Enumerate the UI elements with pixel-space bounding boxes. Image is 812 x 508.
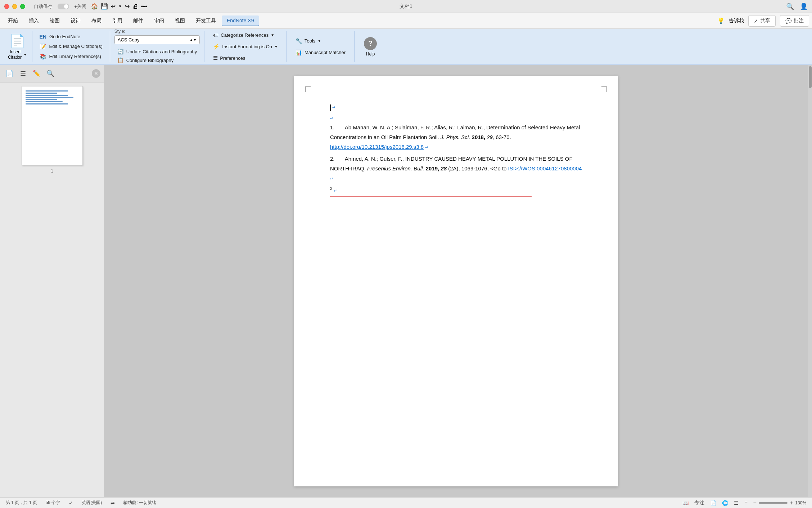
- return-mark-1: ↵: [332, 105, 335, 110]
- menu-layout[interactable]: 布局: [86, 15, 107, 26]
- page-info: 第 1 页，共 1 页: [6, 500, 37, 506]
- scrollbar-thumb[interactable]: [809, 66, 812, 88]
- sidebar-search-button[interactable]: 🔍: [45, 68, 56, 79]
- insert-citation-dropdown-icon[interactable]: ▼: [23, 53, 27, 57]
- tools-group: 🔧 Tools ▼ 📊 Manuscript Matcher: [287, 31, 355, 62]
- sidebar-toolbar: 📄 ☰ ✏️ 🔍 ✕: [0, 65, 104, 83]
- sidebar-review-button[interactable]: ✏️: [31, 68, 42, 79]
- more-icon[interactable]: •••: [141, 3, 147, 10]
- undo-icon[interactable]: ↩: [111, 3, 116, 10]
- autosave-toggle[interactable]: [58, 4, 69, 9]
- document-page: ↵ ↵ 1. Ab Manan, W. N. A.; Sulaiman, F. …: [294, 76, 618, 486]
- close-label[interactable]: ●关闭: [74, 3, 86, 10]
- document-area: ↵ ↵ 1. Ab Manan, W. N. A.; Sulaiman, F. …: [104, 65, 808, 497]
- language[interactable]: 英语(美国): [82, 500, 102, 506]
- zoom-level[interactable]: 130%: [795, 500, 806, 505]
- ref-1-url[interactable]: http://doi.org/10.21315/jps2018.29.s3.8: [330, 144, 424, 150]
- undo-dropdown-icon[interactable]: ▼: [118, 4, 122, 8]
- ref-divider: [330, 196, 532, 197]
- thumb-line-1: [26, 90, 68, 92]
- style-dropdown-icon[interactable]: ▲▼: [190, 38, 197, 42]
- menu-mail[interactable]: 邮件: [128, 15, 148, 26]
- edit-citations-icon: 📝: [40, 43, 46, 50]
- menu-devtools[interactable]: 开发工具: [191, 15, 221, 26]
- tools-button[interactable]: 🔧 Tools ▼: [291, 36, 350, 46]
- footnote-area: 2 ↵: [330, 185, 582, 197]
- menu-insert[interactable]: 插入: [24, 15, 44, 26]
- reference-2: 2. Ahmed, A. N.; Gulser, F., INDUSTRY CA…: [330, 154, 582, 183]
- ref-2-isi-link[interactable]: ISI>://WOS:000461270800004: [508, 165, 582, 171]
- configure-bibliography-button[interactable]: 📋 Configure Bibliography: [114, 56, 200, 64]
- comment-button[interactable]: 💬 批注: [780, 15, 809, 27]
- menu-view[interactable]: 视图: [170, 15, 190, 26]
- empty-line: ↵: [330, 115, 582, 122]
- maximize-button[interactable]: [20, 4, 25, 9]
- save-icon[interactable]: 💾: [101, 3, 108, 10]
- insert-citation-button[interactable]: 📄 InsertCitation ▼: [3, 31, 32, 62]
- close-button[interactable]: [4, 4, 9, 9]
- categorize-dropdown-icon[interactable]: ▼: [271, 33, 274, 37]
- draft-icon[interactable]: ≡: [744, 500, 747, 506]
- go-to-endnote-button[interactable]: EN Go to EndNote: [37, 32, 105, 41]
- autosave-label: 自动保存: [34, 3, 53, 10]
- ref-1-volume: 29,: [487, 134, 494, 140]
- preferences-icon: ☰: [213, 55, 218, 61]
- categorize-references-button[interactable]: 🏷 Categorize References ▼: [209, 30, 282, 40]
- accessibility-label: 辅功能: 一切就绪: [123, 500, 156, 506]
- ref-1-year: 2018,: [472, 134, 486, 140]
- tools-dropdown-icon[interactable]: ▼: [317, 39, 321, 43]
- instant-formatting-dropdown-icon[interactable]: ▼: [274, 45, 278, 49]
- menu-references[interactable]: 引用: [107, 15, 127, 26]
- ribbon: 📄 InsertCitation ▼ EN Go to EndNote 📝 Ed…: [0, 29, 812, 65]
- reference-1: 1. Ab Manan, W. N. A.; Sulaiman, F. R.; …: [330, 122, 582, 152]
- window-controls[interactable]: [4, 4, 25, 9]
- redo-icon[interactable]: ↪: [125, 3, 130, 10]
- sidebar-close-button[interactable]: ✕: [92, 69, 100, 78]
- sidebar-list-button[interactable]: ☰: [17, 68, 29, 79]
- zoom-out-button[interactable]: −: [753, 500, 757, 506]
- zoom-in-button[interactable]: +: [790, 500, 793, 506]
- outline-icon[interactable]: ☰: [734, 500, 739, 506]
- read-mode-icon[interactable]: 📖: [682, 500, 689, 506]
- menubar-right: 💡 告诉我 ↗ 共享 💬 批注: [717, 15, 809, 27]
- style-select[interactable]: ACS Copy ▲▼: [114, 35, 200, 44]
- proofreading-icon[interactable]: ✓: [69, 500, 73, 506]
- track-changes-icon[interactable]: ⇌: [110, 500, 115, 506]
- share-button[interactable]: ↗ 共享: [748, 15, 776, 27]
- edit-manage-citations-button[interactable]: 📝 Edit & Manage Citation(s): [37, 42, 105, 51]
- instant-formatting-button[interactable]: ⚡ Instant Formatting is On ▼: [209, 41, 282, 52]
- web-layout-icon[interactable]: 🌐: [722, 500, 728, 506]
- scrollbar[interactable]: [808, 65, 812, 497]
- print-icon[interactable]: 🖨: [132, 3, 138, 10]
- help-button[interactable]: ? Help: [359, 35, 382, 59]
- configure-bibliography-label: Configure Bibliography: [126, 58, 174, 63]
- manuscript-matcher-button[interactable]: 📊 Manuscript Matcher: [291, 47, 350, 58]
- sidebar-pages-button[interactable]: 📄: [4, 68, 15, 79]
- home-icon[interactable]: 🏠: [91, 3, 98, 10]
- menu-design[interactable]: 设计: [66, 15, 86, 26]
- print-layout-icon[interactable]: 📄: [710, 500, 716, 506]
- notify-me-label[interactable]: 告诉我: [729, 18, 744, 24]
- page-thumbnail[interactable]: [22, 86, 83, 165]
- minimize-button[interactable]: [12, 4, 17, 9]
- bibliography-col: 🔄 Update Citations and Bibliography 📋 Co…: [114, 47, 200, 64]
- menu-draw[interactable]: 绘图: [45, 15, 65, 26]
- menu-start[interactable]: 开始: [3, 15, 23, 26]
- menu-endnote[interactable]: EndNote X9: [222, 15, 259, 26]
- titlebar: 自动保存 ●关闭 🏠 💾 ↩ ▼ ↪ 🖨 ••• 文档1 🔍 👤: [0, 0, 812, 13]
- help-circle-icon: ?: [364, 37, 377, 50]
- menu-review[interactable]: 审阅: [149, 15, 169, 26]
- zoom-slider[interactable]: [759, 502, 788, 504]
- titlebar-right: 🔍 👤: [786, 3, 808, 10]
- edit-library-references-button[interactable]: 📚 Edit Library Reference(s): [37, 52, 105, 61]
- annotation-icon[interactable]: 专注: [694, 500, 704, 506]
- page-number-label: 1: [4, 168, 100, 174]
- corner-mark-tr: [601, 86, 607, 92]
- titlebar-actions: 自动保存 ●关闭: [34, 3, 86, 10]
- search-icon[interactable]: 🔍: [786, 3, 794, 10]
- update-citations-button[interactable]: 🔄 Update Citations and Bibliography: [114, 47, 200, 56]
- account-icon[interactable]: 👤: [800, 3, 808, 10]
- preferences-button[interactable]: ☰ Preferences: [209, 53, 282, 63]
- ref-2-year: 2019,: [426, 165, 439, 171]
- footnote-number: 2: [330, 186, 332, 191]
